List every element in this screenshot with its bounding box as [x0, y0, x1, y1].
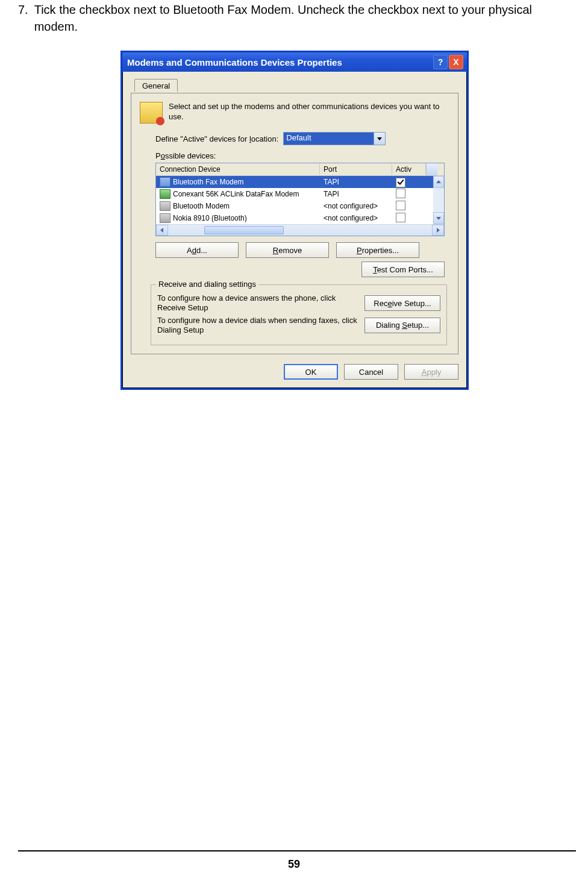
close-button[interactable]: X: [449, 55, 463, 69]
test-post: est Com Ports...: [377, 265, 433, 274]
scroll-right-icon[interactable]: [432, 225, 444, 236]
dial-pre: Dialing: [376, 321, 402, 330]
header-port[interactable]: Port: [320, 164, 392, 175]
dialog-bottom-buttons: OK Cancel Apply: [131, 364, 458, 380]
tab-panel: Select and set up the modems and other c…: [131, 93, 458, 354]
active-checkbox[interactable]: [396, 201, 405, 210]
devices-listbox[interactable]: Connection Device Port Activ Bluetooth F…: [155, 163, 445, 236]
recv-pre: Rec: [374, 299, 387, 308]
footer-divider: [18, 850, 576, 851]
tabs-row: General: [131, 79, 458, 93]
svg-marker-0: [377, 137, 382, 140]
location-dropdown[interactable]: Default: [283, 132, 386, 145]
vertical-scrollbar[interactable]: [433, 176, 444, 224]
port-cell: <not configured>: [320, 213, 392, 224]
test-com-ports-button[interactable]: Test Com Ports...: [361, 262, 445, 277]
scroll-left-icon[interactable]: [156, 225, 168, 236]
possible-label: Possible devices:: [155, 151, 449, 160]
header-device[interactable]: Connection Device: [156, 164, 320, 175]
scroll-down-icon[interactable]: [433, 212, 444, 224]
step-row: 7. Tick the checkbox next to Bluetooth F…: [18, 0, 576, 35]
chevron-down-icon: [374, 133, 385, 145]
table-row[interactable]: Bluetooth Modem<not configured>: [156, 200, 444, 212]
active-cell: [392, 212, 426, 225]
receive-text: To configure how a device answers the ph…: [157, 293, 360, 313]
add-post: d...: [196, 246, 207, 255]
horizontal-scrollbar[interactable]: [156, 224, 444, 236]
device-cell: Bluetooth Modem: [156, 200, 320, 212]
modems-properties-dialog: Modems and Communications Devices Proper…: [120, 51, 469, 390]
step-number: 7.: [18, 1, 28, 35]
define-label: Define "Active" devices for location:: [155, 134, 278, 143]
header-active[interactable]: Activ: [392, 164, 426, 175]
table-row[interactable]: Nokia 8910 (Bluetooth)<not configured>: [156, 212, 444, 224]
add-u: d: [192, 246, 196, 255]
recv-post: ive Setup...: [392, 299, 431, 308]
titlebar: Modems and Communications Devices Proper…: [122, 52, 467, 72]
vscroll-track[interactable]: [433, 188, 444, 212]
fieldset-legend: Receive and dialing settings: [156, 280, 258, 289]
device-name: Bluetooth Fax Modem: [173, 178, 243, 186]
header-scroll-up-icon[interactable]: [426, 163, 437, 175]
cancel-button[interactable]: Cancel: [344, 364, 398, 380]
list-header: Connection Device Port Activ: [156, 163, 444, 176]
port-cell: <not configured>: [320, 201, 392, 212]
receive-dialing-fieldset: Receive and dialing settings To configur…: [151, 284, 447, 345]
remove-button[interactable]: Remove: [246, 242, 329, 258]
device-icon: [160, 213, 170, 223]
hscroll-thumb[interactable]: [204, 226, 284, 234]
define-label-pre: Define "Active" devices for: [155, 134, 249, 143]
intro-row: Select and set up the modems and other c…: [140, 102, 449, 124]
possible-label-underline: o: [161, 151, 165, 160]
receive-row: To configure how a device answers the ph…: [157, 293, 440, 313]
modem-icon: [140, 102, 163, 124]
dialing-row: To configure how a device dials when sen…: [157, 316, 440, 336]
remove-post: emove: [278, 246, 302, 255]
help-button[interactable]: ?: [433, 55, 448, 69]
svg-marker-1: [436, 180, 441, 183]
table-row[interactable]: Conexant 56K ACLink DataFax ModemTAPI: [156, 188, 444, 200]
props-post: roperties...: [362, 246, 399, 255]
dialing-text: To configure how a device dials when sen…: [157, 316, 360, 336]
step-text: Tick the checkbox next to Bluetooth Fax …: [34, 1, 576, 35]
device-name: Nokia 8910 (Bluetooth): [173, 214, 247, 222]
page-number: 59: [0, 858, 588, 871]
device-cell: Conexant 56K ACLink DataFax Modem: [156, 188, 320, 200]
hscroll-track[interactable]: [168, 225, 432, 236]
test-row: Test Com Ports...: [155, 262, 445, 277]
define-row: Define "Active" devices for location: De…: [155, 132, 449, 145]
svg-marker-2: [436, 217, 441, 220]
dialing-setup-button[interactable]: Dialing Setup...: [364, 318, 440, 333]
location-selected: Default: [284, 133, 385, 145]
port-cell: TAPI: [320, 177, 392, 187]
scroll-up-icon[interactable]: [433, 176, 444, 188]
define-label-post: ocation:: [251, 134, 279, 143]
possible-label-pre: P: [155, 151, 161, 160]
device-name: Conexant 56K ACLink DataFax Modem: [173, 190, 299, 198]
dialog-client: General Select and set up the modems and…: [122, 72, 467, 388]
props-u: P: [357, 246, 362, 255]
active-checkbox[interactable]: [396, 213, 405, 222]
recv-u: e: [387, 299, 392, 308]
dialog-title: Modems and Communications Devices Proper…: [127, 57, 432, 67]
properties-button[interactable]: Properties...: [336, 242, 419, 258]
dial-u: S: [402, 321, 407, 330]
table-row[interactable]: Bluetooth Fax ModemTAPI: [156, 176, 444, 188]
list-body: Bluetooth Fax ModemTAPIConexant 56K ACLi…: [156, 176, 444, 224]
active-checkbox[interactable]: [396, 189, 405, 198]
receive-setup-button[interactable]: Receive Setup...: [364, 295, 440, 311]
device-icon: [160, 189, 170, 199]
device-cell: Nokia 8910 (Bluetooth): [156, 212, 320, 224]
ok-button[interactable]: OK: [284, 364, 338, 380]
svg-marker-3: [160, 228, 163, 233]
device-buttons-row: Add... Remove Properties...: [155, 242, 445, 258]
apply-button[interactable]: Apply: [404, 364, 458, 380]
dialog-wrap: Modems and Communications Devices Proper…: [120, 51, 469, 390]
add-button[interactable]: Add...: [155, 242, 239, 258]
active-checkbox[interactable]: [396, 178, 405, 187]
tab-general[interactable]: General: [134, 79, 178, 92]
device-icon: [160, 177, 170, 187]
device-name: Bluetooth Modem: [173, 202, 230, 210]
port-cell: TAPI: [320, 189, 392, 199]
intro-text: Select and set up the modems and other c…: [169, 102, 449, 122]
